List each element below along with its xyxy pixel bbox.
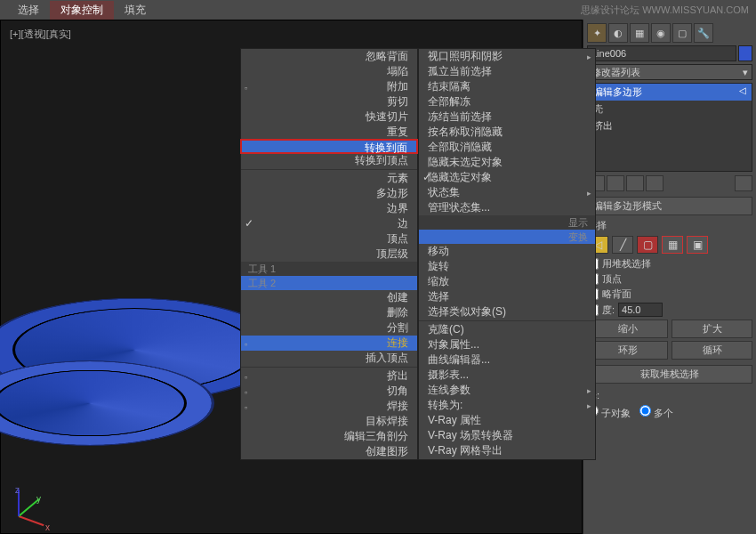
menu-tab-select[interactable]: 选择 (7, 1, 50, 20)
menu-target-weld[interactable]: 目标焊接 (241, 414, 417, 429)
menu-border[interactable]: 边界 (241, 201, 417, 216)
menu-isolate[interactable]: 孤立当前选择 (419, 64, 595, 79)
get-stack-selection-button[interactable]: 获取堆栈选择 (587, 365, 752, 384)
rollout-edit-poly-mode[interactable]: 编辑多边形模式 (587, 197, 752, 215)
hierarchy-tab-icon[interactable]: ▦ (630, 23, 649, 43)
shrink-button[interactable]: 缩小 (587, 320, 668, 338)
menu-attach[interactable]: ▫附加 (241, 79, 417, 94)
expand-icon: ▫ (245, 371, 247, 384)
menu-tab-object[interactable]: 对象控制 (50, 1, 114, 20)
menu-state-sets[interactable]: 状态集▸ (419, 185, 595, 200)
polygon-subobj-button[interactable]: ▦ (662, 236, 683, 254)
menu-unhide-all[interactable]: 全部取消隐藏 (419, 140, 595, 155)
menu-element[interactable]: 元素 (241, 171, 417, 186)
menu-select[interactable]: 选择 (419, 289, 595, 304)
menu-manage-states[interactable]: 管理状态集... (419, 200, 595, 215)
menu-transform-header: 变换 (419, 230, 595, 244)
loop-button[interactable]: 循环 (672, 341, 752, 360)
show-result-button[interactable] (607, 175, 624, 191)
menu-object-props[interactable]: 对象属性... (419, 337, 595, 352)
menu-edge[interactable]: ✓边 (241, 216, 417, 231)
menu-viewport-lighting[interactable]: 视口照明和阴影▸ (419, 49, 595, 64)
object-color-swatch[interactable] (738, 45, 752, 61)
menu-clone[interactable]: 克隆(C) (419, 322, 595, 337)
menu-edit-tri[interactable]: 编辑三角剖分 (241, 429, 417, 444)
menu-vertex[interactable]: 顶点 (241, 231, 417, 247)
menu-display-header: 显示 (419, 215, 595, 230)
modifier-extrude[interactable]: 挤出 (588, 117, 752, 134)
menu-select-similar[interactable]: 选择类似对象(S) (419, 304, 595, 320)
create-tab-icon[interactable]: ✦ (587, 23, 607, 43)
unique-button[interactable] (626, 175, 644, 191)
modifier-stack[interactable]: 编辑多边形◁ 壳 挤出 (587, 83, 752, 172)
menu-convert-to-vertex[interactable]: 转换到顶点 (241, 153, 417, 168)
multi-radio[interactable] (639, 405, 651, 417)
menu-ignore-backface[interactable]: 忽略背面 (241, 49, 417, 64)
menu-vray-scene-conv[interactable]: V-Ray 场景转换器 (419, 428, 595, 443)
menu-convert-to-face[interactable]: 转换到面 (240, 139, 418, 154)
object-name-input[interactable] (587, 45, 736, 61)
menu-freeze-selection[interactable]: 冻结当前选择 (419, 109, 595, 125)
border-subobj-button[interactable]: ▢ (637, 236, 658, 254)
menu-cut[interactable]: 剪切 (241, 94, 417, 109)
menu-unfreeze-all[interactable]: 全部解冻 (419, 94, 595, 109)
menu-insert-vertex[interactable]: 插入顶点 (241, 351, 417, 366)
menu-move[interactable]: 移动 (419, 244, 595, 259)
menu-vray-mesh-export[interactable]: V-Ray 网格导出 (419, 443, 595, 458)
modify-tab-icon[interactable]: ◐ (608, 23, 628, 43)
menu-dope-sheet[interactable]: 摄影表... (419, 368, 595, 383)
element-subobj-button[interactable]: ▣ (687, 236, 708, 254)
motion-tab-icon[interactable]: ◉ (651, 23, 671, 43)
menu-tools1-header: 工具 1 (241, 262, 417, 276)
menu-curve-editor[interactable]: 曲线编辑器... (419, 352, 595, 368)
menu-create[interactable]: 创建 (241, 290, 417, 305)
menu-extrude[interactable]: ▫挤出 (241, 368, 417, 384)
expand-icon: ▫ (245, 82, 247, 95)
modifier-list-dropdown[interactable]: 修改器列表 ▾ (587, 64, 752, 80)
menu-wire-params[interactable]: 连线参数▸ (419, 383, 595, 398)
menu-split[interactable]: 分割 (241, 320, 417, 336)
menu-collapse[interactable]: 塌陷 (241, 64, 417, 79)
menu-toplevel[interactable]: 顶层级 (241, 247, 417, 262)
edge-subobj-button[interactable]: ╱ (612, 236, 633, 254)
display-tab-icon[interactable]: ▢ (672, 23, 692, 43)
by-vertex-label: 顶点 (602, 272, 622, 286)
grow-button[interactable]: 扩大 (672, 320, 752, 338)
check-icon: ✓ (245, 217, 253, 231)
arrow-right-icon: ▸ (587, 384, 591, 398)
multi-radio-label[interactable]: 多个 (639, 405, 673, 420)
menu-polygon[interactable]: 多边形 (241, 186, 417, 201)
menu-rotate[interactable]: 旋转 (419, 259, 595, 274)
context-menu: 忽略背面 塌陷 ▫附加 剪切 快速切片 重复 转换到面 转换到顶点 元素 多边形… (240, 48, 596, 460)
menu-tab-fill[interactable]: 填充 (114, 1, 157, 20)
menu-end-isolate[interactable]: 结束隔离 (419, 79, 595, 94)
menu-quickslice[interactable]: 快速切片 (241, 109, 417, 125)
viewport-label[interactable]: [+][透视][真实] (10, 28, 71, 41)
menu-scale[interactable]: 缩放 (419, 274, 595, 289)
modifier-list-label: 修改器列表 (591, 66, 640, 79)
modifier-edit-poly[interactable]: 编辑多边形◁ (588, 84, 752, 101)
by-angle-label: 度: (602, 303, 615, 317)
menu-connect[interactable]: ▫连接 (241, 336, 417, 351)
utilities-tab-icon[interactable]: 🔧 (694, 23, 713, 43)
context-menu-col1: 忽略背面 塌陷 ▫附加 剪切 快速切片 重复 转换到面 转换到顶点 元素 多边形… (240, 48, 418, 460)
menu-unhide-by-name[interactable]: 按名称取消隐藏 (419, 125, 595, 140)
menu-delete[interactable]: 删除 (241, 305, 417, 320)
angle-input[interactable] (618, 303, 663, 317)
select-label: 择: (587, 389, 752, 402)
menu-hide-selection[interactable]: ✓隐藏选定对象 (419, 170, 595, 185)
menu-chamfer[interactable]: ▫切角 (241, 384, 417, 399)
menu-repeat[interactable]: 重复 (241, 125, 417, 140)
menu-convert-to[interactable]: 转换为:▸ (419, 398, 595, 413)
chevron-down-icon: ▾ (743, 67, 748, 78)
configure-sets-button[interactable] (735, 175, 752, 191)
modifier-shell[interactable]: 壳 (588, 101, 752, 117)
menu-vray-props[interactable]: V-Ray 属性 (419, 413, 595, 428)
remove-modifier-button[interactable] (646, 175, 664, 191)
menu-hide-unselected[interactable]: 隐藏未选定对象 (419, 155, 595, 170)
menu-weld[interactable]: ▫焊接 (241, 399, 417, 414)
axis-y-label: y (36, 494, 41, 504)
menu-create-shape[interactable]: 创建图形 (241, 444, 417, 459)
ring-button[interactable]: 环形 (587, 341, 668, 360)
command-panel-tabs: ✦ ◐ ▦ ◉ ▢ 🔧 (587, 23, 752, 43)
